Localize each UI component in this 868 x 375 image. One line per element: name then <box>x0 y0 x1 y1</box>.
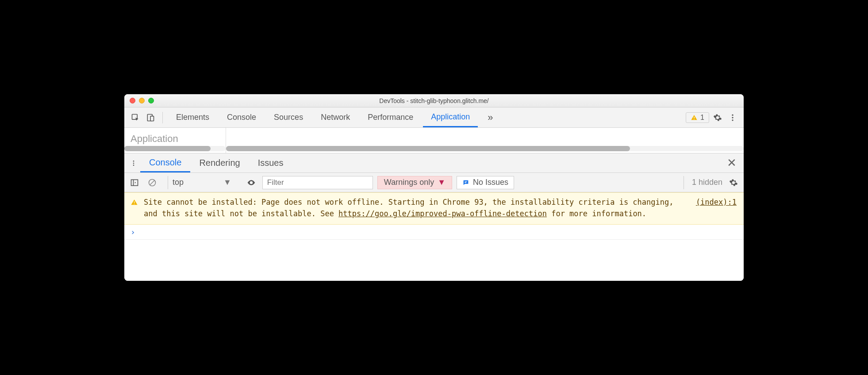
scrollbar-thumb[interactable] <box>124 146 211 151</box>
svg-point-5 <box>732 114 733 115</box>
svg-line-14 <box>150 180 154 185</box>
warning-link[interactable]: https://goo.gle/improved-pwa-offline-det… <box>338 209 547 218</box>
issues-indicator[interactable]: 1 <box>686 112 709 123</box>
drawer-more-icon[interactable] <box>127 157 140 170</box>
sidebar-heading-cut: Application <box>131 133 178 145</box>
log-level-label: Warnings only <box>384 178 434 187</box>
source-link[interactable]: (index):1 <box>696 198 737 207</box>
application-main <box>226 128 744 153</box>
svg-rect-2 <box>150 116 154 121</box>
application-sidebar: Application <box>124 128 226 153</box>
console-body: Site cannot be installed: Page does not … <box>124 192 744 281</box>
svg-point-15 <box>250 182 252 183</box>
warning-message: Site cannot be installed: Page does not … <box>144 196 678 220</box>
svg-point-9 <box>133 162 134 164</box>
svg-rect-4 <box>694 119 694 119</box>
application-panel-sliver: Application <box>124 128 744 153</box>
svg-rect-17 <box>465 182 466 183</box>
context-selector[interactable]: top ▼ <box>168 176 236 189</box>
issues-count: 1 <box>700 114 704 122</box>
svg-point-10 <box>133 165 134 166</box>
tab-console[interactable]: Console <box>219 107 264 127</box>
chevron-down-icon: ▼ <box>223 178 231 187</box>
scrollbar-thumb[interactable] <box>226 146 630 151</box>
warning-triangle-icon <box>691 114 698 121</box>
issues-button[interactable]: No Issues <box>457 176 514 189</box>
svg-rect-11 <box>131 180 138 185</box>
hidden-count[interactable]: 1 hidden <box>684 176 722 189</box>
svg-point-6 <box>732 117 733 118</box>
settings-gear-icon[interactable] <box>711 111 724 124</box>
drawer-tab-rendering[interactable]: Rendering <box>190 153 249 172</box>
svg-rect-16 <box>465 181 467 182</box>
svg-rect-18 <box>134 201 134 203</box>
console-prompt[interactable]: › <box>124 225 744 240</box>
drawer-tabs: Console Rendering Issues ✕ <box>124 153 744 173</box>
svg-point-7 <box>732 119 733 121</box>
warning-source[interactable]: (index):1 <box>684 196 737 220</box>
live-expression-icon[interactable] <box>245 176 258 189</box>
tabs-overflow-button[interactable]: » <box>480 107 501 127</box>
device-toggle-icon[interactable] <box>144 111 157 124</box>
issues-label: No Issues <box>473 178 508 187</box>
drawer-tab-console[interactable]: Console <box>140 153 190 172</box>
tab-application[interactable]: Application <box>423 107 478 127</box>
sidebar-hscrollbar[interactable] <box>124 146 226 151</box>
tab-network[interactable]: Network <box>313 107 358 127</box>
svg-rect-3 <box>694 117 694 118</box>
filter-input[interactable] <box>262 176 373 189</box>
main-toolbar: Elements Console Sources Network Perform… <box>124 107 744 128</box>
console-settings-gear-icon[interactable] <box>727 176 740 189</box>
more-menu-icon[interactable] <box>726 111 739 124</box>
inspect-element-icon[interactable] <box>129 111 142 124</box>
separator <box>162 112 163 123</box>
close-drawer-icon[interactable]: ✕ <box>722 156 741 170</box>
console-warning-row[interactable]: Site cannot be installed: Page does not … <box>124 192 744 225</box>
clear-console-icon[interactable] <box>146 176 159 189</box>
devtools-window: DevTools - stitch-glib-typhoon.glitch.me… <box>124 94 744 281</box>
svg-rect-19 <box>134 203 134 204</box>
svg-point-8 <box>133 161 134 162</box>
main-hscrollbar[interactable] <box>226 146 744 151</box>
warning-text-post: for more information. <box>547 209 646 218</box>
console-sidebar-toggle-icon[interactable] <box>128 176 141 189</box>
context-label: top <box>173 178 184 187</box>
window-title: DevTools - stitch-glib-typhoon.glitch.me… <box>124 97 744 104</box>
warning-triangle-icon <box>131 198 138 220</box>
tab-elements[interactable]: Elements <box>168 107 217 127</box>
tab-performance[interactable]: Performance <box>360 107 421 127</box>
titlebar: DevTools - stitch-glib-typhoon.glitch.me… <box>124 94 744 107</box>
drawer-tab-issues[interactable]: Issues <box>249 153 292 172</box>
console-empty-area[interactable] <box>124 240 744 275</box>
tab-sources[interactable]: Sources <box>266 107 311 127</box>
console-toolbar: top ▼ Warnings only ▼ No Issues 1 hidden <box>124 173 744 192</box>
chevron-down-icon: ▼ <box>438 178 446 187</box>
issue-chat-icon <box>462 179 469 186</box>
log-level-selector[interactable]: Warnings only ▼ <box>377 176 452 189</box>
